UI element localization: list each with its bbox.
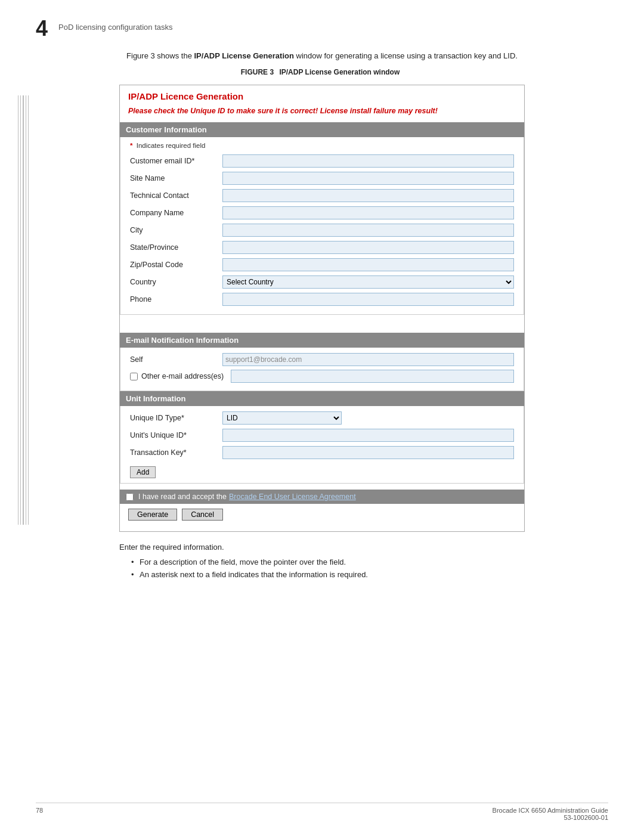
bullet-list: For a description of the field, move the… — [119, 558, 525, 579]
country-row: Country Select Country United States Can… — [130, 275, 514, 289]
self-email-input[interactable] — [222, 353, 514, 366]
state-province-label: State/Province — [130, 243, 222, 252]
zip-postal-input[interactable] — [222, 258, 514, 271]
figure-title: IP/ADP License Generation window — [279, 68, 400, 76]
customer-email-label: Customer email ID* — [130, 157, 222, 165]
warning-text: Please check the Unique ID to make sure … — [120, 105, 524, 123]
required-note: * Indicates required field — [130, 142, 514, 149]
bullet-item-2: An asterisk next to a field indicates th… — [131, 570, 525, 579]
city-label: City — [130, 226, 222, 234]
eula-text: I have read and accept the — [138, 493, 227, 501]
state-province-row: State/Province — [130, 240, 514, 255]
figure-number: FIGURE 3 — [241, 68, 274, 76]
company-name-label: Company Name — [130, 209, 222, 217]
units-unique-id-row: Unit's Unique ID* — [130, 428, 514, 442]
chapter-title: PoD licensing configuration tasks — [58, 18, 173, 32]
figure-label: FIGURE 3 IP/ADP License Generation windo… — [36, 68, 608, 76]
other-email-input[interactable] — [231, 370, 514, 383]
footer-part-number: 53-1002600-01 — [493, 814, 608, 821]
customer-section-header: Customer Information — [120, 122, 524, 137]
phone-label: Phone — [130, 295, 222, 304]
site-name-label: Site Name — [130, 174, 222, 182]
footer-guide-title: Brocade ICX 6650 Administration Guide — [493, 807, 608, 814]
city-input[interactable] — [222, 224, 514, 237]
technical-contact-input[interactable] — [222, 189, 514, 202]
form-outer-box: IP/ADP Licence Generation Please check t… — [119, 85, 525, 532]
transaction-key-row: Transaction Key* — [130, 445, 514, 460]
add-button-container: Add — [130, 463, 514, 478]
page-number: 4 — [36, 18, 48, 39]
eula-row: I have read and accept the Brocade End U… — [120, 490, 524, 504]
self-row: Self — [130, 352, 514, 367]
zip-postal-label: Zip/Postal Code — [130, 261, 222, 269]
bullet-item-1: For a description of the field, move the… — [131, 558, 525, 566]
country-select[interactable]: Select Country United States Canada Unit… — [222, 275, 514, 289]
company-name-input[interactable] — [222, 206, 514, 219]
self-label: Self — [130, 355, 222, 364]
action-buttons-container: Generate Cancel — [120, 504, 524, 525]
customer-email-row: Customer email ID* — [130, 154, 514, 168]
technical-contact-label: Technical Contact — [130, 191, 222, 200]
form-title: IP/ADP Licence Generation — [120, 85, 524, 105]
unique-id-type-label: Unique ID Type* — [130, 414, 222, 422]
site-name-input[interactable] — [222, 172, 514, 185]
unit-info-header: Unit Information — [120, 391, 524, 406]
email-notification-header: E-mail Notification Information — [120, 333, 524, 348]
customer-email-input[interactable] — [222, 154, 514, 168]
unique-id-type-select[interactable]: LID MAC Serial Number — [222, 411, 342, 425]
site-name-row: Site Name — [130, 171, 514, 185]
generate-button[interactable]: Generate — [128, 509, 177, 521]
eula-link[interactable]: Brocade End User License Agreement — [229, 493, 356, 501]
technical-contact-row: Technical Contact — [130, 188, 514, 203]
left-decoration — [18, 95, 29, 525]
intro-bold: IP/ADP License Generation — [194, 51, 294, 60]
transaction-key-input[interactable] — [222, 446, 514, 459]
phone-row: Phone — [130, 292, 514, 306]
page-header: 4 PoD licensing configuration tasks — [36, 18, 608, 39]
transaction-key-label: Transaction Key* — [130, 448, 222, 457]
footer-right: Brocade ICX 6650 Administration Guide 53… — [493, 807, 608, 821]
intro-paragraph: Figure 3 shows the IP/ADP License Genera… — [119, 50, 525, 62]
unique-id-type-row: Unique ID Type* LID MAC Serial Number — [130, 411, 514, 425]
cancel-button[interactable]: Cancel — [182, 509, 223, 521]
after-form-section: Enter the required information. For a de… — [119, 543, 525, 579]
email-notification-content: Self Other e-mail address(es) — [120, 348, 524, 391]
asterisk-symbol: * — [130, 142, 132, 149]
footer-page-number: 78 — [36, 807, 43, 821]
customer-section-content: * Indicates required field Customer emai… — [120, 137, 524, 315]
instruction-text: Enter the required information. — [119, 543, 525, 552]
other-email-label: Other e-mail address(es) — [141, 372, 231, 380]
other-email-row: Other e-mail address(es) — [130, 370, 514, 383]
page-footer: 78 Brocade ICX 6650 Administration Guide… — [36, 803, 608, 821]
unit-info-content: Unique ID Type* LID MAC Serial Number Un… — [120, 406, 524, 484]
units-unique-id-input[interactable] — [222, 429, 514, 442]
add-button[interactable]: Add — [130, 466, 156, 478]
state-province-input[interactable] — [222, 241, 514, 254]
phone-input[interactable] — [222, 293, 514, 306]
city-row: City — [130, 223, 514, 237]
units-unique-id-label: Unit's Unique ID* — [130, 431, 222, 439]
other-email-checkbox[interactable] — [130, 373, 138, 380]
page-container: 4 PoD licensing configuration tasks Figu… — [0, 0, 644, 833]
section-spacer-1 — [120, 315, 524, 333]
eula-checkbox[interactable] — [126, 493, 134, 501]
zip-postal-row: Zip/Postal Code — [130, 258, 514, 272]
country-label: Country — [130, 278, 222, 286]
company-name-row: Company Name — [130, 206, 514, 220]
